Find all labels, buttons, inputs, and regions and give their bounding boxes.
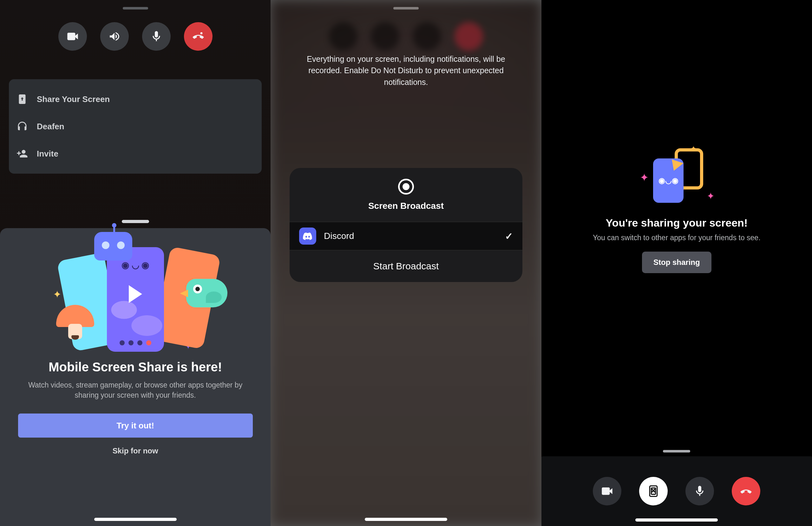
ios-screen-broadcast-picker: Everything on your screen, including not… (271, 0, 541, 526)
invite-icon (16, 148, 28, 160)
pager-dots-icon (119, 340, 151, 345)
promo-illustration: ✦ ✦ ◉ ◡ ◉ (47, 238, 224, 352)
sharing-confirmation: ✦ ◉◡◉ ✦ ✦ You're sharing your screen! Yo… (541, 146, 812, 273)
discord-face-icon: ◉ ◡ ◉ (121, 260, 149, 270)
microphone-icon (693, 485, 706, 497)
mic-toggle-button[interactable] (685, 477, 714, 506)
sparkle-icon: ✦ (640, 171, 649, 184)
discord-logo-icon (302, 231, 313, 241)
speaker-icon (108, 30, 121, 43)
stop-sharing-button[interactable]: Stop sharing (642, 252, 711, 273)
voice-options-card: Share Your Screen Deafen Invite (9, 79, 262, 174)
invite-label: Invite (37, 149, 58, 159)
drag-handle-icon[interactable] (663, 450, 690, 452)
video-icon (601, 485, 613, 497)
blurred-call-controls (271, 22, 541, 51)
share-screen-label: Share Your Screen (37, 94, 110, 104)
broadcast-panel-title: Screen Broadcast (368, 201, 444, 211)
broadcast-notice-text: Everything on your screen, including not… (302, 53, 509, 88)
start-broadcast-label: Start Broadcast (373, 261, 439, 272)
discord-mobile-screen-share-promo: Share Your Screen Deafen Invite ✦ ✦ ◉ ◡ … (0, 0, 271, 526)
hang-up-button[interactable] (732, 477, 760, 506)
try-it-out-button[interactable]: Try it out! (18, 414, 253, 438)
broadcast-app-label: Discord (324, 231, 497, 241)
deafen-option[interactable]: Deafen (16, 113, 254, 140)
drag-handle-icon[interactable] (123, 7, 148, 10)
sharing-illustration: ✦ ◉◡◉ ✦ ✦ (638, 146, 715, 209)
broadcast-panel: Screen Broadcast Discord ✓ Start Broadca… (290, 168, 522, 282)
call-controls-footer (541, 456, 812, 526)
share-screen-option[interactable]: Share Your Screen (16, 86, 254, 113)
stop-screen-share-button[interactable] (639, 477, 668, 506)
video-toggle-button[interactable] (593, 477, 621, 506)
play-icon (129, 285, 142, 303)
robot-character-icon (94, 232, 132, 260)
sharing-description: You can switch to other apps for your fr… (593, 234, 760, 242)
arrow-icon (672, 157, 684, 170)
mushroom-character-icon (56, 305, 94, 343)
start-broadcast-button[interactable]: Start Broadcast (290, 250, 522, 282)
sparkle-icon: ✦ (53, 288, 61, 300)
hang-up-button[interactable] (184, 22, 213, 51)
drag-handle-icon[interactable] (122, 220, 149, 223)
skip-label: Skip for now (113, 447, 158, 455)
hang-up-icon (740, 485, 752, 497)
promo-description: Watch videos, stream gameplay, or browse… (20, 380, 251, 400)
promo-bottom-sheet: ✦ ✦ ◉ ◡ ◉ Mobile Screen Share is here! W… (0, 228, 271, 526)
drag-handle-icon (393, 7, 419, 10)
video-toggle-button[interactable] (58, 22, 87, 51)
share-screen-icon (16, 93, 28, 105)
sharing-title: You're sharing your screen! (606, 217, 748, 229)
home-indicator-icon[interactable] (94, 518, 177, 521)
call-controls-bar (0, 22, 271, 51)
broadcast-app-option-discord[interactable]: Discord ✓ (290, 222, 522, 250)
discord-sharing-active-screen: ✦ ◉◡◉ ✦ ✦ You're sharing your screen! Yo… (541, 0, 812, 526)
deafen-label: Deafen (37, 122, 64, 132)
sparkle-icon: ✦ (707, 191, 715, 201)
bird-character-icon (186, 279, 228, 307)
home-indicator-icon[interactable] (635, 519, 718, 522)
checkmark-icon: ✓ (505, 231, 513, 242)
record-icon (398, 179, 414, 195)
promo-title: Mobile Screen Share is here! (48, 360, 222, 374)
illustration-phone-center: ◉ ◡ ◉ (107, 247, 164, 352)
video-icon (66, 30, 79, 43)
speaker-button[interactable] (100, 22, 129, 51)
stop-sharing-label: Stop sharing (653, 258, 700, 267)
discord-app-icon (299, 227, 316, 245)
skip-for-now-button[interactable]: Skip for now (113, 447, 158, 455)
home-indicator-icon[interactable] (365, 518, 447, 521)
broadcast-panel-header: Screen Broadcast (290, 168, 522, 222)
hang-up-icon (192, 30, 205, 43)
headphones-icon (16, 121, 28, 132)
mic-toggle-button[interactable] (142, 22, 171, 51)
stop-share-icon (647, 485, 660, 497)
discord-face-icon: ◉◡◉ (658, 176, 679, 185)
microphone-icon (150, 30, 163, 43)
try-it-out-label: Try it out! (116, 421, 154, 431)
invite-option[interactable]: Invite (16, 140, 254, 167)
